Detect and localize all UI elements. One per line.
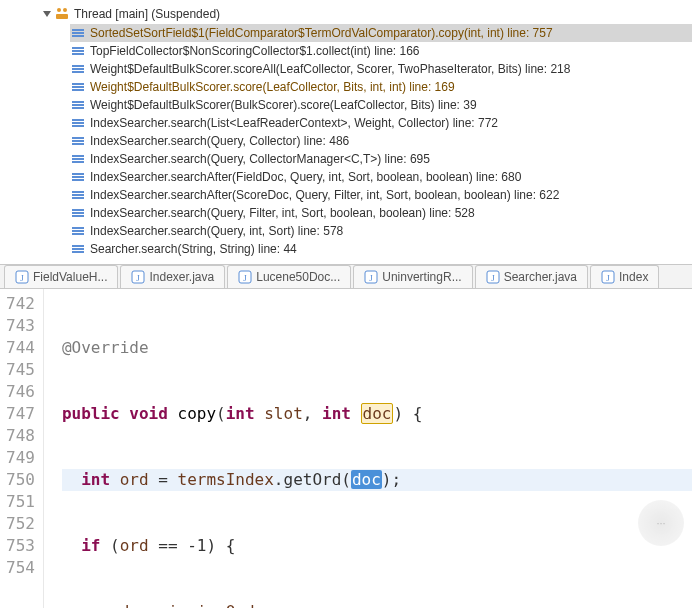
line-number: 754 xyxy=(6,557,35,579)
stack-frame-label: Searcher.search(String, String) line: 44 xyxy=(90,242,297,256)
stack-frame[interactable]: IndexSearcher.search(Query, Filter, int,… xyxy=(70,204,692,222)
editor-tab[interactable]: JSearcher.java xyxy=(475,265,588,288)
svg-rect-26 xyxy=(72,161,84,163)
stack-frame[interactable]: SortedSetSortField$1(FieldComparator$Ter… xyxy=(70,24,692,42)
svg-text:J: J xyxy=(20,273,24,283)
debug-view: Thread [main] (Suspended) SortedSetSortF… xyxy=(0,0,692,265)
svg-rect-11 xyxy=(72,71,84,73)
svg-rect-8 xyxy=(72,53,84,55)
svg-rect-28 xyxy=(72,176,84,178)
editor-tab[interactable]: JIndexer.java xyxy=(120,265,225,288)
svg-rect-9 xyxy=(72,65,84,67)
svg-rect-13 xyxy=(72,86,84,88)
stack-frame[interactable]: IndexSearcher.search(List<LeafReaderCont… xyxy=(70,114,692,132)
svg-text:J: J xyxy=(491,273,495,283)
svg-rect-33 xyxy=(72,209,84,211)
svg-rect-12 xyxy=(72,83,84,85)
line-number: 745 xyxy=(6,359,35,381)
stack-frame-icon xyxy=(70,151,86,167)
editor-tab[interactable]: JFieldValueH... xyxy=(4,265,118,288)
stack-frame-label: IndexSearcher.search(Query, Filter, int,… xyxy=(90,206,475,220)
stack-frame-icon xyxy=(70,61,86,77)
svg-rect-6 xyxy=(72,47,84,49)
stack-frame-icon xyxy=(70,115,86,131)
svg-rect-30 xyxy=(72,191,84,193)
svg-rect-34 xyxy=(72,212,84,214)
stack-frame-icon xyxy=(70,205,86,221)
svg-text:J: J xyxy=(370,273,374,283)
thread-row[interactable]: Thread [main] (Suspended) xyxy=(0,4,692,24)
line-number: 742 xyxy=(6,293,35,315)
svg-rect-32 xyxy=(72,197,84,199)
stack-frame[interactable]: IndexSearcher.searchAfter(ScoreDoc, Quer… xyxy=(70,186,692,204)
stack-frame-icon xyxy=(70,169,86,185)
line-number: 749 xyxy=(6,447,35,469)
svg-rect-15 xyxy=(72,101,84,103)
line-number: 747 xyxy=(6,403,35,425)
java-file-icon: J xyxy=(601,270,615,284)
svg-rect-29 xyxy=(72,179,84,181)
stack-frame-icon xyxy=(70,43,86,59)
stack-frame-icon xyxy=(70,241,86,257)
java-file-icon: J xyxy=(238,270,252,284)
stack-frame[interactable]: IndexSearcher.search(Query, CollectorMan… xyxy=(70,150,692,168)
svg-rect-35 xyxy=(72,215,84,217)
stack-frame-label: IndexSearcher.search(List<LeafReaderCont… xyxy=(90,116,498,130)
svg-rect-19 xyxy=(72,122,84,124)
stack-frame-label: IndexSearcher.searchAfter(ScoreDoc, Quer… xyxy=(90,188,559,202)
code-editor: 742743744745746747748749750751752753754 … xyxy=(0,289,692,608)
editor-tab[interactable]: JUninvertingR... xyxy=(353,265,472,288)
tab-label: UninvertingR... xyxy=(382,270,461,284)
line-number: 746 xyxy=(6,381,35,403)
svg-rect-20 xyxy=(72,125,84,127)
svg-rect-27 xyxy=(72,173,84,175)
expand-twisty-icon[interactable] xyxy=(42,9,52,19)
svg-text:J: J xyxy=(137,273,141,283)
stack-frame[interactable]: Weight$DefaultBulkScorer(BulkScorer).sco… xyxy=(70,96,692,114)
svg-rect-10 xyxy=(72,68,84,70)
svg-text:J: J xyxy=(243,273,247,283)
svg-rect-5 xyxy=(72,35,84,37)
code-area[interactable]: @Override public void copy(int slot, int… xyxy=(44,289,692,608)
svg-rect-3 xyxy=(72,29,84,31)
stack-frame[interactable]: Weight$DefaultBulkScorer.score(LeafColle… xyxy=(70,78,692,96)
stack-frame-icon xyxy=(70,25,86,41)
tab-label: FieldValueH... xyxy=(33,270,107,284)
stack-frame[interactable]: IndexSearcher.searchAfter(FieldDoc, Quer… xyxy=(70,168,692,186)
editor-tab[interactable]: JIndex xyxy=(590,265,659,288)
stack-frame-label: IndexSearcher.search(Query, CollectorMan… xyxy=(90,152,430,166)
editor-tab[interactable]: JLucene50Doc... xyxy=(227,265,351,288)
editor-tabs: JFieldValueH...JIndexer.javaJLucene50Doc… xyxy=(0,265,692,289)
stack-frame-label: Weight$DefaultBulkScorer.scoreAll(LeafCo… xyxy=(90,62,570,76)
line-number: 743 xyxy=(6,315,35,337)
stack-frame-label: Weight$DefaultBulkScorer(BulkScorer).sco… xyxy=(90,98,477,112)
line-number: 744 xyxy=(6,337,35,359)
java-file-icon: J xyxy=(15,270,29,284)
svg-rect-7 xyxy=(72,50,84,52)
svg-rect-40 xyxy=(72,248,84,250)
line-number: 748 xyxy=(6,425,35,447)
tab-label: Lucene50Doc... xyxy=(256,270,340,284)
svg-rect-25 xyxy=(72,158,84,160)
stack-frame[interactable]: IndexSearcher.search(Query, int, Sort) l… xyxy=(70,222,692,240)
svg-rect-31 xyxy=(72,194,84,196)
stack-frame[interactable]: IndexSearcher.search(Query, Collector) l… xyxy=(70,132,692,150)
svg-rect-2 xyxy=(56,14,68,19)
tab-label: Index xyxy=(619,270,648,284)
stack-frame[interactable]: Weight$DefaultBulkScorer.scoreAll(LeafCo… xyxy=(70,60,692,78)
svg-rect-23 xyxy=(72,143,84,145)
tab-label: Searcher.java xyxy=(504,270,577,284)
svg-point-1 xyxy=(63,8,67,12)
line-number: 752 xyxy=(6,513,35,535)
line-number: 750 xyxy=(6,469,35,491)
stack-frame[interactable]: Searcher.search(String, String) line: 44 xyxy=(70,240,692,258)
stack-frame-icon xyxy=(70,187,86,203)
stack-frame[interactable]: TopFieldCollector$NonScoringCollector$1.… xyxy=(70,42,692,60)
selected-variable: doc xyxy=(351,470,382,489)
stack-frame-label: Weight$DefaultBulkScorer.score(LeafColle… xyxy=(90,80,455,94)
svg-rect-17 xyxy=(72,107,84,109)
svg-rect-39 xyxy=(72,245,84,247)
stack-frame-icon xyxy=(70,223,86,239)
svg-rect-4 xyxy=(72,32,84,34)
stack-frame-label: IndexSearcher.search(Query, Collector) l… xyxy=(90,134,349,148)
